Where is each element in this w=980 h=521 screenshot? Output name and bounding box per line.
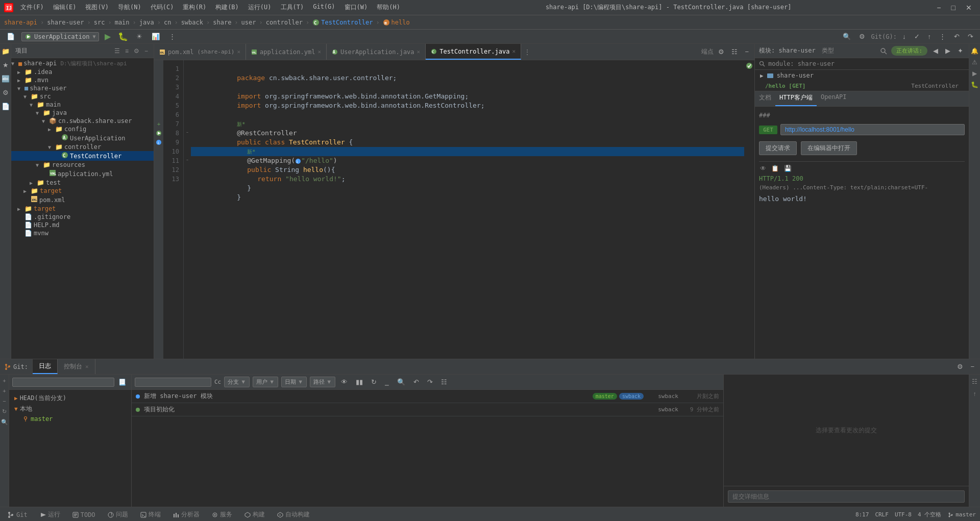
sidebar-expand-icon[interactable]: ☰ (113, 47, 121, 55)
tree-item-config[interactable]: ▶ 📁 config (11, 125, 154, 133)
git-branch-filter-icon[interactable]: 📃 (116, 378, 128, 387)
more-run-button[interactable]: ⋮ (166, 31, 178, 42)
run-icon-strip[interactable]: ▶ (971, 68, 978, 79)
status-auto-build-item[interactable]: A 自动构建 (274, 509, 313, 520)
sidebar-collapse-icon[interactable]: ≡ (124, 47, 130, 55)
tree-item-testcontroller[interactable]: ▶ C TestController (11, 151, 154, 161)
profile-button[interactable]: 📊 (149, 31, 162, 42)
tree-item-appyml[interactable]: ▶ YML application.yml (11, 169, 154, 179)
tree-item-mvnw[interactable]: ▶ 📄 mvnw (11, 229, 154, 237)
tree-item-src[interactable]: ▼ 📁 src (11, 92, 154, 101)
tree-item-test[interactable]: ▶ 📁 test (11, 179, 154, 187)
breadcrumb-share[interactable]: share (213, 19, 231, 26)
rp-prev-icon[interactable]: ◀ (932, 46, 940, 55)
right-panel-header-tools[interactable]: 正在讲话: ◀ ▶ ✦ (880, 46, 965, 56)
tree-item-pom[interactable]: ▶ XML pom.xml (11, 195, 154, 205)
minimize-button[interactable]: − (933, 3, 945, 13)
tab-testcontroller[interactable]: C TestController.java ✕ (426, 44, 521, 60)
project-tree-icon[interactable]: 📁 (0, 46, 12, 57)
status-analyzer-item[interactable]: 分析器 (170, 509, 203, 520)
submit-request-button[interactable]: 提交请求 (759, 141, 797, 155)
status-terminal-item[interactable]: 终端 (137, 509, 164, 520)
git-branch-filter-btn[interactable]: 分支 ▼ (224, 377, 250, 387)
bl-plus-icon[interactable]: + (2, 377, 7, 385)
git-branch-head[interactable]: ▶ HEAD(当前分支) (12, 393, 128, 404)
tree-item-idea[interactable]: ▶ 📁 .idea (11, 68, 154, 76)
git-strip-up-icon[interactable]: ↑ (972, 389, 978, 399)
bl-plus-icon2[interactable]: + (2, 387, 7, 395)
tab-openapi[interactable]: OpenAPI (817, 91, 851, 106)
editor-settings-icon[interactable]: ⚙ (716, 46, 727, 57)
tree-item-controller[interactable]: ▼ 📁 controller (11, 143, 154, 151)
git-undo-icon[interactable]: ↶ (411, 377, 422, 387)
code-editor[interactable]: package cn.swback.share.user.controller;… (191, 60, 744, 359)
git-branch-master[interactable]: master (12, 414, 128, 424)
search-icon[interactable] (880, 47, 887, 55)
coverage-button[interactable]: ☀ (134, 31, 145, 42)
tree-item-resources[interactable]: ▼ 📁 resources (11, 161, 154, 169)
git-log-row-2[interactable]: 项目初始化 swback 9 分钟之前 (132, 403, 723, 416)
git-log-row-1[interactable]: 新增 share-user 模块 master swback swback 片刻… (132, 390, 723, 403)
menu-navigate[interactable]: 导航(N) (114, 2, 145, 13)
menu-edit[interactable]: 编辑(E) (49, 2, 81, 13)
menu-code[interactable]: 代码(C) (146, 2, 178, 13)
bottom-tab-log[interactable]: 日志 (33, 359, 58, 374)
database-icon[interactable]: 📄 (0, 101, 12, 112)
editor-hide-icon[interactable]: − (742, 46, 751, 57)
tree-item-main[interactable]: ▼ 📁 main (11, 101, 154, 109)
endpoint-item-hello[interactable]: /hello [GET] TestController (755, 81, 969, 91)
rp-next-icon[interactable]: ▶ (944, 46, 952, 55)
breadcrumb-hello[interactable]: m hello (383, 19, 410, 26)
git-commit-icon[interactable]: ✓ (912, 31, 922, 42)
status-run-item[interactable]: 运行 (37, 509, 63, 520)
git-date-filter-btn[interactable]: 日期 ▼ (281, 377, 307, 387)
bl-minus-icon[interactable]: − (2, 397, 7, 405)
status-build-item[interactable]: 构建 (241, 509, 268, 520)
structure-icon[interactable]: 🔤 (0, 73, 12, 84)
tab-close-tc[interactable]: ✕ (512, 48, 516, 55)
git-pause-icon[interactable]: ▮▮ (353, 377, 365, 387)
tab-pom-xml[interactable]: XML pom.xml (share-api) ✕ (154, 44, 246, 60)
git-branch-search[interactable] (12, 378, 114, 387)
menu-git[interactable]: Git(G) (309, 2, 339, 13)
gutter-8-run[interactable] (156, 129, 162, 138)
bottom-panel-tools[interactable]: ⚙ − (951, 359, 980, 374)
breadcrumb-cn[interactable]: cn (164, 19, 171, 26)
redo-icon[interactable]: ↷ (965, 31, 976, 42)
settings-icon[interactable]: ⚙ (856, 31, 868, 42)
menu-refactor[interactable]: 重构(R) (179, 2, 210, 13)
git-log-eye-icon[interactable]: 👁 (338, 377, 350, 387)
services-icon[interactable]: ⚙ (0, 87, 11, 98)
rp-expand-icon[interactable]: ✦ (956, 46, 965, 55)
git-commit-message-input[interactable] (728, 490, 965, 503)
status-branch-item[interactable]: master (947, 511, 976, 518)
menu-file[interactable]: 文件(F) (16, 2, 48, 13)
bookmarks-icon[interactable]: ★ (0, 60, 11, 70)
git-user-filter-btn[interactable]: 用户 ▼ (253, 377, 278, 387)
sidebar-settings-icon[interactable]: ⚙ (132, 47, 141, 55)
maximize-button[interactable]: □ (947, 3, 960, 13)
toolbar-project-icon[interactable]: 📄 (4, 31, 17, 42)
git-redo-icon[interactable]: ↷ (425, 377, 435, 387)
open-in-editor-button[interactable]: 在编辑器中打开 (801, 141, 857, 155)
status-todo-item[interactable]: TODO (69, 510, 99, 520)
sidebar-hide-icon[interactable]: − (143, 47, 150, 55)
menu-bar[interactable]: 文件(F) 编辑(E) 视图(V) 导航(N) 代码(C) 重构(R) 构建(B… (16, 2, 404, 13)
run-button[interactable]: ▶ (103, 31, 112, 42)
tree-item-target2[interactable]: ▶ 📁 target (11, 205, 154, 213)
tab-http-client[interactable]: HTTP客户端 (775, 91, 817, 106)
bl-fetch-icon[interactable]: ↻ (1, 407, 8, 416)
tree-item-package[interactable]: ▼ 📦 cn.swback.share.user (11, 117, 154, 125)
console-tab-close[interactable]: ✕ (85, 363, 89, 370)
response-save-icon[interactable]: 💾 (783, 164, 793, 173)
breadcrumb-java[interactable]: java (139, 19, 154, 26)
bl-search-icon[interactable]: 🔍 (0, 418, 9, 427)
git-refresh-icon[interactable]: ↻ (369, 377, 379, 387)
notifications-icon[interactable]: 🔔 (969, 46, 980, 56)
sidebar-toolbar[interactable]: ☰ ≡ ⚙ − (113, 47, 150, 55)
tree-item-gitignore[interactable]: ▶ 📄 .gitignore (11, 213, 154, 221)
run-config-dropdown[interactable]: UserApplication ▼ (21, 32, 99, 41)
status-services-item[interactable]: 服务 (209, 509, 235, 520)
git-search-log-icon[interactable]: 🔍 (395, 377, 408, 387)
menu-view[interactable]: 视图(V) (81, 2, 113, 13)
